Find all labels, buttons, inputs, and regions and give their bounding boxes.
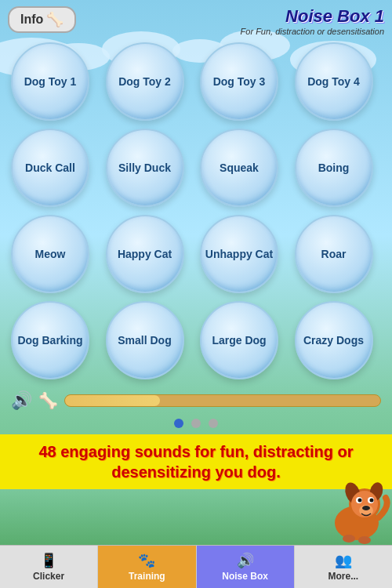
svg-point-12 — [358, 536, 371, 544]
tab-training[interactable]: 🐾Training — [98, 546, 196, 588]
sounds-grid: Dog Toy 1Dog Toy 2Dog Toy 3Dog Toy 4Duck… — [0, 36, 392, 386]
tab-clicker[interactable]: 📱Clicker — [0, 546, 98, 588]
page-dot-0[interactable] — [174, 419, 183, 428]
sound-btn-meow[interactable]: Meow — [11, 215, 89, 293]
sound-btn-boing[interactable]: Boing — [295, 129, 373, 207]
tab-more-icon: 👥 — [335, 552, 352, 569]
sound-btn-duck-call[interactable]: Duck Call — [11, 129, 89, 207]
sound-btn-squeak[interactable]: Squeak — [200, 129, 278, 207]
sound-btn-roar[interactable]: Roar — [295, 215, 373, 293]
volume-fill — [65, 395, 160, 406]
app-subtitle: For Fun, distraction or desensitisation — [241, 27, 384, 36]
sound-btn-large-dog[interactable]: Large Dog — [200, 301, 278, 379]
sound-btn-dog-toy-4[interactable]: Dog Toy 4 — [295, 42, 373, 121]
volume-icon: 🔊 — [11, 390, 32, 411]
tab-bar: 📱Clicker🐾Training🔊Noise Box👥More... — [0, 545, 392, 588]
sound-btn-dog-toy-1[interactable]: Dog Toy 1 — [11, 42, 89, 121]
svg-point-6 — [362, 506, 370, 510]
tab-training-icon: 🐾 — [138, 552, 155, 569]
title-area: Noise Box 1 For Fun, distraction or dese… — [241, 6, 384, 36]
sound-btn-silly-duck[interactable]: Silly Duck — [106, 129, 184, 207]
svg-point-11 — [343, 535, 355, 543]
sound-btn-dog-toy-2[interactable]: Dog Toy 2 — [106, 42, 184, 121]
sound-btn-dog-toy-3[interactable]: Dog Toy 3 — [200, 42, 278, 121]
tab-clicker-label: Clicker — [33, 571, 64, 582]
tab-clicker-icon: 📱 — [40, 552, 57, 569]
info-button[interactable]: Info 🦴 — [8, 6, 76, 33]
app-title: Noise Box 1 — [241, 6, 384, 27]
tab-training-label: Training — [129, 571, 165, 582]
sound-btn-happy-cat[interactable]: Happy Cat — [106, 215, 184, 293]
page-dots — [0, 416, 392, 431]
info-label: Info — [20, 13, 43, 27]
dog-illustration — [321, 474, 392, 545]
tab-more-label: More... — [328, 571, 359, 582]
bone-icon: 🦴 — [46, 11, 64, 28]
tab-more[interactable]: 👥More... — [295, 546, 392, 588]
tab-noise-box[interactable]: 🔊Noise Box — [197, 546, 295, 588]
tab-noise-box-icon: 🔊 — [237, 552, 254, 569]
header: Info 🦴 Noise Box 1 For Fun, distraction … — [0, 0, 392, 36]
page-dot-2[interactable] — [209, 419, 218, 428]
tab-noise-box-label: Noise Box — [222, 571, 268, 582]
volume-row: 🔊 🦴 — [0, 386, 392, 416]
page-dot-1[interactable] — [191, 419, 201, 428]
volume-slider[interactable] — [64, 394, 381, 407]
sound-btn-small-dog[interactable]: Small Dog — [106, 301, 184, 379]
svg-point-9 — [358, 499, 362, 503]
sound-btn-dog-barking[interactable]: Dog Barking — [11, 301, 89, 379]
svg-point-10 — [370, 499, 374, 503]
sound-btn-crazy-dogs[interactable]: Crazy Dogs — [295, 301, 373, 379]
bone-handle-icon: 🦴 — [38, 391, 58, 410]
sound-btn-unhappy-cat[interactable]: Unhappy Cat — [200, 215, 278, 293]
